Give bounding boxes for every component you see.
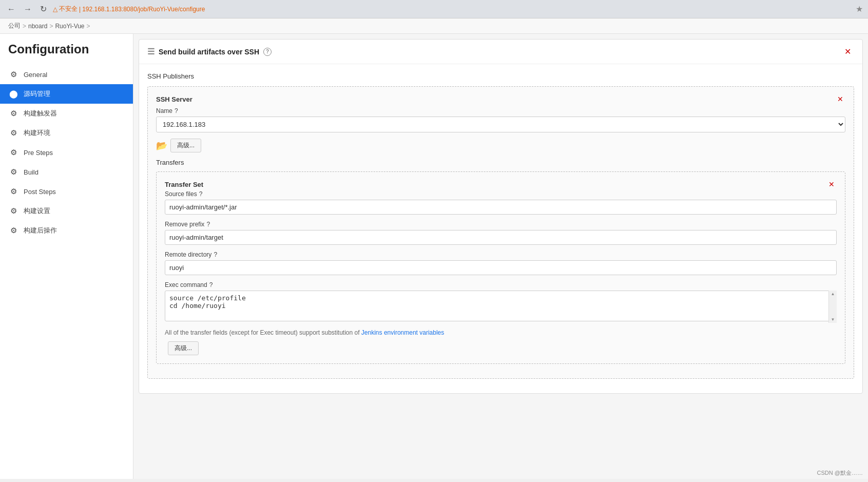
drag-handle-icon: ☰ (147, 47, 155, 56)
remote-directory-label: Remote directory ? (165, 251, 837, 258)
post-steps-icon: ⚙ (8, 187, 18, 196)
name-field-row: Name ? 192.168.1.183 (156, 107, 845, 132)
transfers-label: Transfers (156, 159, 845, 166)
remove-prefix-label: Remove prefix ? (165, 221, 837, 228)
build-trigger-icon: ⚙ (8, 109, 18, 118)
build-settings-icon: ⚙ (8, 206, 18, 216)
sidebar-label-post-steps: Post Steps (24, 188, 56, 196)
panel-close-button[interactable]: ✕ (841, 46, 854, 57)
advanced-button[interactable]: 高级... (170, 139, 201, 152)
source-files-help-icon[interactable]: ? (199, 190, 203, 198)
transfer-set-header: Transfer Set ✕ (165, 180, 837, 188)
sidebar-item-general[interactable]: ⚙ General (0, 65, 133, 84)
note-text: All of the transfer fields (except for E… (165, 329, 837, 336)
panel-title: Send build artifacts over SSH (159, 48, 259, 56)
scroll-up-arrow[interactable]: ▲ (829, 291, 837, 297)
sidebar-label-build-settings: 构建设置 (24, 206, 50, 216)
breadcrumb-sep-3: > (87, 23, 90, 30)
sidebar: Configuration ⚙ General ⬤ 源码管理 ⚙ 构建触发器 ⚙… (0, 34, 133, 479)
sidebar-label-pre-steps: Pre Steps (24, 149, 53, 157)
folder-icon: 📂 (156, 140, 167, 151)
server-title: SSH Server (156, 95, 192, 103)
transfer-set-remove-button[interactable]: ✕ (826, 180, 837, 188)
build-icon: ⚙ (8, 167, 18, 177)
source-mgmt-icon: ⬤ (8, 89, 18, 99)
exec-command-field-row: Exec command ? source /etc/profile cd /h… (165, 281, 837, 323)
remove-prefix-field-row: Remove prefix ? (165, 221, 837, 245)
sidebar-item-post-build[interactable]: ⚙ 构建后操作 (0, 221, 133, 240)
forward-button[interactable]: → (22, 4, 34, 15)
env-vars-link[interactable]: Jenkins environment variables (361, 329, 444, 336)
exec-command-textarea[interactable]: source /etc/profile cd /home/ruoyi (165, 291, 837, 321)
advanced-row: 📂 高级... (156, 139, 845, 152)
sidebar-item-build-settings[interactable]: ⚙ 构建设置 (0, 201, 133, 221)
source-files-label: Source files ? (165, 190, 837, 198)
sidebar-label-post-build: 构建后操作 (24, 226, 57, 235)
panel-body: SSH Publishers SSH Server ✕ Name ? (139, 64, 862, 393)
breadcrumb-sep-1: > (23, 23, 26, 30)
breadcrumb-ruoyi-vue: RuoYi-Vue (55, 23, 84, 30)
name-label: Name ? (156, 107, 845, 114)
warning-icon: △ (53, 6, 57, 13)
transfer-set-title: Transfer Set (165, 181, 203, 188)
breadcrumb: 公司 > nboard > RuoYi-Vue > (0, 18, 868, 34)
post-build-icon: ⚙ (8, 226, 18, 235)
remote-directory-field-row: Remote directory ? (165, 251, 837, 275)
server-name-select[interactable]: 192.168.1.183 (156, 117, 845, 132)
exec-command-container: source /etc/profile cd /home/ruoyi ▲ ▼ (165, 291, 837, 323)
build-env-icon: ⚙ (8, 128, 18, 138)
sidebar-item-build-trigger[interactable]: ⚙ 构建触发器 (0, 104, 133, 123)
general-icon: ⚙ (8, 70, 18, 79)
pre-steps-icon: ⚙ (8, 148, 18, 157)
name-help-icon[interactable]: ? (175, 107, 178, 114)
sidebar-title: Configuration (0, 42, 133, 65)
watermark: CSDN @默金…… (817, 469, 863, 477)
panel-help-icon[interactable]: ? (263, 48, 272, 56)
browser-bar: ← → ↻ △ 不安全 | 192.168.1.183:8080/job/Ruo… (0, 0, 868, 18)
sidebar-label-build-trigger: 构建触发器 (24, 109, 57, 118)
breadcrumb-nboard: nboard (28, 23, 47, 30)
breadcrumb-sep-2: > (49, 23, 53, 30)
remove-prefix-input[interactable] (165, 230, 837, 245)
back-button[interactable]: ← (5, 4, 17, 15)
app-layout: Configuration ⚙ General ⬤ 源码管理 ⚙ 构建触发器 ⚙… (0, 34, 868, 479)
exec-command-help-icon[interactable]: ? (209, 281, 213, 288)
remote-directory-help-icon[interactable]: ? (214, 251, 217, 258)
ssh-server-box: SSH Server ✕ Name ? 192.168.1.183 (147, 86, 854, 379)
sidebar-item-build-env[interactable]: ⚙ 构建环境 (0, 123, 133, 143)
sidebar-label-build: Build (24, 168, 38, 176)
sidebar-label-build-env: 构建环境 (24, 128, 50, 138)
sidebar-item-post-steps[interactable]: ⚙ Post Steps (0, 182, 133, 201)
security-warning: △ 不安全 | 192.168.1.183:8080/job/RuoYi-Vue… (53, 5, 205, 13)
sidebar-label-general: General (24, 71, 47, 79)
scrollbar: ▲ ▼ (828, 291, 837, 323)
remove-prefix-help-icon[interactable]: ? (206, 221, 210, 228)
panel-header-left: ☰ Send build artifacts over SSH ? (147, 47, 272, 56)
breadcrumb-company: 公司 (8, 22, 21, 30)
sidebar-item-pre-steps[interactable]: ⚙ Pre Steps (0, 143, 133, 162)
source-files-input[interactable] (165, 200, 837, 215)
main-content: ☰ Send build artifacts over SSH ? ✕ SSH … (133, 34, 868, 479)
advanced-button-2[interactable]: 高级... (168, 341, 199, 355)
remote-directory-input[interactable] (165, 260, 837, 275)
send-ssh-panel: ☰ Send build artifacts over SSH ? ✕ SSH … (139, 39, 863, 394)
server-header: SSH Server ✕ (156, 95, 845, 103)
exec-command-label: Exec command ? (165, 281, 837, 288)
sidebar-item-build[interactable]: ⚙ Build (0, 162, 133, 182)
panel-header: ☰ Send build artifacts over SSH ? ✕ (139, 40, 862, 64)
source-files-field-row: Source files ? (165, 190, 837, 215)
bookmark-icon[interactable]: ★ (856, 4, 863, 14)
sidebar-item-source-mgmt[interactable]: ⬤ 源码管理 (0, 84, 133, 104)
sidebar-label-source-mgmt: 源码管理 (24, 89, 50, 99)
transfer-set-box: Transfer Set ✕ Source files ? (156, 171, 845, 364)
refresh-button[interactable]: ↻ (38, 3, 49, 15)
scroll-down-arrow[interactable]: ▼ (829, 316, 837, 323)
server-remove-button[interactable]: ✕ (835, 95, 845, 103)
ssh-publishers-label: SSH Publishers (147, 72, 854, 80)
